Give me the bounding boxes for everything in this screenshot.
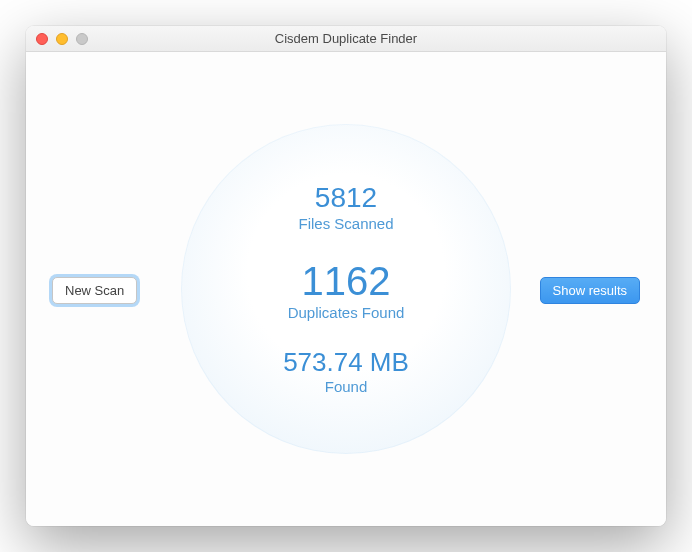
duplicates-found-label: Duplicates Found [288,304,405,321]
zoom-icon[interactable] [76,33,88,45]
titlebar: Cisdem Duplicate Finder [26,26,666,52]
content-area: New Scan 5812 Files Scanned 1162 Duplica… [26,52,666,526]
files-scanned-stat: 5812 Files Scanned [298,183,393,231]
files-scanned-value: 5812 [298,183,393,212]
window-title: Cisdem Duplicate Finder [26,31,666,46]
duplicates-found-stat: 1162 Duplicates Found [288,260,405,321]
duplicates-found-value: 1162 [288,260,405,302]
minimize-icon[interactable] [56,33,68,45]
files-scanned-label: Files Scanned [298,215,393,232]
size-found-label: Found [283,378,409,395]
size-found-stat: 573.74 MB Found [283,349,409,395]
show-results-button[interactable]: Show results [540,277,640,304]
size-found-value: 573.74 MB [283,349,409,376]
results-circle: 5812 Files Scanned 1162 Duplicates Found… [181,124,511,454]
new-scan-button[interactable]: New Scan [52,277,137,304]
app-window: Cisdem Duplicate Finder New Scan 5812 Fi… [26,26,666,526]
close-icon[interactable] [36,33,48,45]
traffic-lights [26,33,88,45]
